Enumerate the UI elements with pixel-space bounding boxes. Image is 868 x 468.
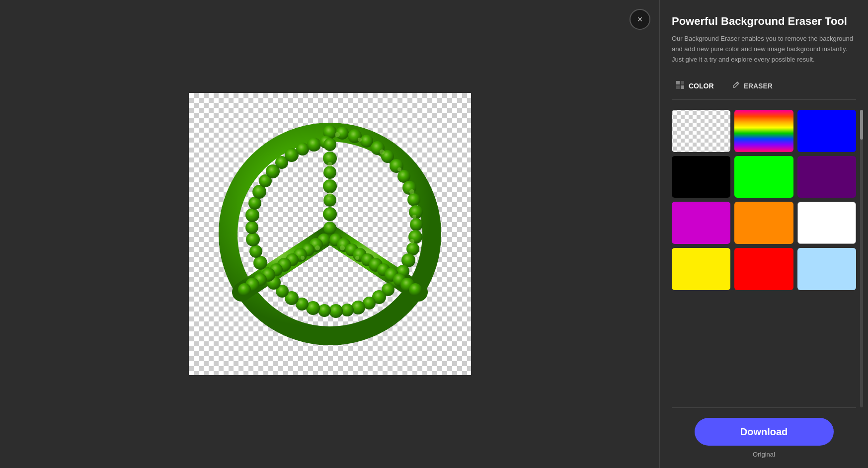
svg-rect-90 — [676, 81, 680, 84]
svg-point-84 — [327, 162, 332, 167]
svg-point-82 — [412, 215, 416, 219]
peace-sign-image — [206, 110, 454, 358]
color-swatch-white[interactable] — [797, 202, 856, 244]
color-swatch-yellow[interactable] — [672, 248, 730, 290]
svg-point-89 — [355, 256, 359, 260]
color-swatch-purple[interactable] — [797, 156, 856, 198]
svg-point-86 — [315, 245, 320, 250]
svg-point-25 — [341, 304, 354, 316]
color-swatch-lightblue[interactable] — [797, 248, 856, 290]
tab-eraser[interactable]: ERASER — [728, 78, 777, 93]
panel-description: Our Background Eraser enables you to rem… — [672, 34, 856, 65]
svg-point-54 — [323, 222, 336, 234]
download-label: Download — [740, 426, 788, 438]
svg-point-51 — [323, 179, 337, 193]
svg-point-50 — [323, 166, 336, 179]
svg-point-34 — [253, 256, 267, 270]
scrollbar-track — [860, 110, 863, 407]
svg-point-81 — [409, 189, 414, 194]
svg-point-76 — [409, 283, 422, 296]
svg-point-48 — [323, 138, 336, 151]
svg-point-88 — [340, 245, 345, 250]
svg-point-26 — [329, 304, 343, 318]
svg-point-87 — [301, 256, 305, 260]
svg-point-37 — [245, 221, 258, 234]
svg-point-27 — [318, 304, 331, 317]
eraser-tab-icon — [732, 81, 740, 91]
color-grid-wrapper — [672, 110, 856, 407]
svg-point-38 — [245, 208, 259, 222]
svg-rect-92 — [676, 85, 680, 89]
tab-color[interactable]: COLOR — [672, 78, 718, 93]
svg-point-65 — [238, 283, 251, 296]
download-button[interactable]: Download — [695, 418, 834, 446]
color-swatch-green[interactable] — [734, 156, 793, 198]
right-panel: Powerful Background Eraser Tool Our Back… — [659, 0, 868, 468]
svg-point-78 — [358, 138, 362, 142]
svg-point-11 — [397, 170, 410, 183]
color-swatch-orange[interactable] — [734, 202, 793, 244]
original-label[interactable]: Original — [753, 451, 775, 458]
color-swatch-red[interactable] — [734, 248, 793, 290]
panel-title: Powerful Background Eraser Tool — [672, 15, 856, 28]
svg-point-83 — [409, 239, 414, 244]
svg-point-53 — [323, 207, 337, 221]
close-icon: × — [637, 14, 643, 25]
scrollbar-thumb — [860, 110, 863, 140]
svg-rect-93 — [681, 85, 684, 89]
color-tab-icon — [676, 80, 685, 91]
svg-point-36 — [246, 233, 260, 246]
svg-point-80 — [397, 167, 401, 171]
svg-rect-91 — [681, 81, 684, 84]
tabs-container: COLOR ERASER — [672, 78, 856, 100]
svg-point-35 — [249, 245, 262, 258]
svg-point-79 — [380, 150, 385, 155]
color-swatch-black[interactable] — [672, 156, 730, 198]
download-section: Download Original — [672, 407, 856, 458]
svg-point-12 — [402, 181, 416, 195]
svg-point-85 — [328, 192, 332, 196]
color-grid — [672, 110, 856, 290]
color-swatch-magenta[interactable] — [672, 202, 730, 244]
main-canvas-area: × — [0, 0, 659, 468]
color-swatch-rainbow[interactable] — [734, 110, 793, 152]
svg-point-46 — [307, 138, 321, 152]
svg-point-15 — [410, 218, 423, 231]
svg-point-77 — [335, 132, 340, 137]
tab-color-label: COLOR — [689, 82, 714, 90]
image-canvas — [189, 93, 471, 375]
close-button[interactable]: × — [630, 9, 650, 30]
color-swatch-transparent[interactable] — [672, 110, 730, 152]
svg-point-13 — [407, 193, 420, 206]
tab-eraser-label: ERASER — [744, 82, 773, 90]
color-swatch-blue[interactable] — [797, 110, 856, 152]
svg-point-24 — [351, 301, 365, 314]
